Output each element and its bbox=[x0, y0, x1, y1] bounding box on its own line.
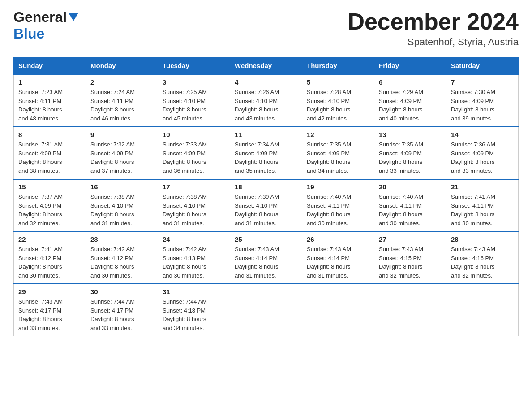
day-info: Sunrise: 7:40 AM Sunset: 4:11 PM Dayligh… bbox=[379, 193, 442, 227]
title-section: December 2024 Spatenhof, Styria, Austria bbox=[348, 9, 519, 48]
col-tuesday: Tuesday bbox=[158, 57, 230, 75]
day-number: 21 bbox=[451, 183, 514, 191]
calendar-header-row: Sunday Monday Tuesday Wednesday Thursday… bbox=[14, 57, 519, 75]
day-info: Sunrise: 7:29 AM Sunset: 4:09 PM Dayligh… bbox=[379, 88, 442, 123]
day-info: Sunrise: 7:28 AM Sunset: 4:10 PM Dayligh… bbox=[307, 88, 369, 123]
day-number: 10 bbox=[163, 131, 225, 138]
day-number: 17 bbox=[163, 183, 225, 191]
calendar-cell: 4 Sunrise: 7:26 AM Sunset: 4:10 PM Dayli… bbox=[230, 74, 302, 127]
col-thursday: Thursday bbox=[302, 57, 374, 75]
day-info: Sunrise: 7:35 AM Sunset: 4:09 PM Dayligh… bbox=[307, 140, 369, 175]
day-number: 19 bbox=[307, 183, 369, 191]
calendar-cell: 2 Sunrise: 7:24 AM Sunset: 4:11 PM Dayli… bbox=[86, 74, 158, 127]
day-number: 5 bbox=[307, 78, 369, 86]
calendar-cell: 21 Sunrise: 7:41 AM Sunset: 4:11 PM Dayl… bbox=[446, 179, 519, 231]
day-number: 7 bbox=[451, 78, 514, 86]
calendar-cell: 22 Sunrise: 7:41 AM Sunset: 4:12 PM Dayl… bbox=[14, 231, 86, 284]
day-info: Sunrise: 7:26 AM Sunset: 4:10 PM Dayligh… bbox=[235, 88, 297, 123]
day-number: 13 bbox=[379, 131, 442, 138]
day-number: 1 bbox=[18, 78, 81, 86]
calendar-cell: 16 Sunrise: 7:38 AM Sunset: 4:10 PM Dayl… bbox=[86, 179, 158, 231]
calendar-cell: 30 Sunrise: 7:44 AM Sunset: 4:17 PM Dayl… bbox=[86, 284, 158, 336]
calendar-cell: 25 Sunrise: 7:43 AM Sunset: 4:14 PM Dayl… bbox=[230, 231, 302, 284]
calendar-cell: 13 Sunrise: 7:35 AM Sunset: 4:09 PM Dayl… bbox=[374, 127, 446, 179]
day-info: Sunrise: 7:43 AM Sunset: 4:14 PM Dayligh… bbox=[307, 245, 369, 280]
day-info: Sunrise: 7:32 AM Sunset: 4:09 PM Dayligh… bbox=[90, 140, 153, 175]
day-info: Sunrise: 7:43 AM Sunset: 4:15 PM Dayligh… bbox=[379, 245, 442, 280]
day-info: Sunrise: 7:41 AM Sunset: 4:12 PM Dayligh… bbox=[18, 245, 81, 280]
day-info: Sunrise: 7:39 AM Sunset: 4:10 PM Dayligh… bbox=[235, 193, 297, 227]
week-row-5: 29 Sunrise: 7:43 AM Sunset: 4:17 PM Dayl… bbox=[14, 284, 519, 336]
day-number: 26 bbox=[307, 235, 369, 243]
calendar-cell: 14 Sunrise: 7:36 AM Sunset: 4:09 PM Dayl… bbox=[446, 127, 519, 179]
week-row-3: 15 Sunrise: 7:37 AM Sunset: 4:09 PM Dayl… bbox=[14, 179, 519, 231]
day-number: 18 bbox=[235, 183, 297, 191]
day-info: Sunrise: 7:43 AM Sunset: 4:16 PM Dayligh… bbox=[451, 245, 514, 280]
day-info: Sunrise: 7:35 AM Sunset: 4:09 PM Dayligh… bbox=[379, 140, 442, 175]
calendar-table: Sunday Monday Tuesday Wednesday Thursday… bbox=[13, 57, 519, 336]
col-friday: Friday bbox=[374, 57, 446, 75]
calendar-cell: 11 Sunrise: 7:34 AM Sunset: 4:09 PM Dayl… bbox=[230, 127, 302, 179]
calendar-cell bbox=[446, 284, 519, 336]
week-row-2: 8 Sunrise: 7:31 AM Sunset: 4:09 PM Dayli… bbox=[14, 127, 519, 179]
calendar-cell: 15 Sunrise: 7:37 AM Sunset: 4:09 PM Dayl… bbox=[14, 179, 86, 231]
calendar-cell: 10 Sunrise: 7:33 AM Sunset: 4:09 PM Dayl… bbox=[158, 127, 230, 179]
day-number: 29 bbox=[18, 288, 81, 295]
col-monday: Monday bbox=[86, 57, 158, 75]
day-number: 24 bbox=[163, 235, 225, 243]
day-info: Sunrise: 7:40 AM Sunset: 4:11 PM Dayligh… bbox=[307, 193, 369, 227]
svg-marker-0 bbox=[69, 13, 78, 21]
col-sunday: Sunday bbox=[14, 57, 86, 75]
day-number: 15 bbox=[18, 183, 81, 191]
day-info: Sunrise: 7:31 AM Sunset: 4:09 PM Dayligh… bbox=[18, 140, 81, 175]
day-number: 31 bbox=[163, 288, 225, 295]
calendar-cell: 28 Sunrise: 7:43 AM Sunset: 4:16 PM Dayl… bbox=[446, 231, 519, 284]
day-number: 9 bbox=[90, 131, 153, 138]
calendar-cell: 29 Sunrise: 7:43 AM Sunset: 4:17 PM Dayl… bbox=[14, 284, 86, 336]
day-info: Sunrise: 7:43 AM Sunset: 4:14 PM Dayligh… bbox=[235, 245, 297, 280]
day-info: Sunrise: 7:33 AM Sunset: 4:09 PM Dayligh… bbox=[163, 140, 225, 175]
calendar-cell: 3 Sunrise: 7:25 AM Sunset: 4:10 PM Dayli… bbox=[158, 74, 230, 127]
calendar-cell: 20 Sunrise: 7:40 AM Sunset: 4:11 PM Dayl… bbox=[374, 179, 446, 231]
day-info: Sunrise: 7:44 AM Sunset: 4:17 PM Dayligh… bbox=[90, 297, 153, 332]
day-number: 3 bbox=[163, 78, 225, 86]
calendar-cell: 31 Sunrise: 7:44 AM Sunset: 4:18 PM Dayl… bbox=[158, 284, 230, 336]
month-year-title: December 2024 bbox=[348, 9, 519, 34]
day-info: Sunrise: 7:30 AM Sunset: 4:09 PM Dayligh… bbox=[451, 88, 514, 123]
calendar-cell: 27 Sunrise: 7:43 AM Sunset: 4:15 PM Dayl… bbox=[374, 231, 446, 284]
day-info: Sunrise: 7:43 AM Sunset: 4:17 PM Dayligh… bbox=[18, 297, 81, 332]
logo-general-text: General bbox=[13, 9, 67, 26]
calendar-cell: 17 Sunrise: 7:38 AM Sunset: 4:10 PM Dayl… bbox=[158, 179, 230, 231]
day-number: 11 bbox=[235, 131, 297, 138]
day-info: Sunrise: 7:34 AM Sunset: 4:09 PM Dayligh… bbox=[235, 140, 297, 175]
calendar-cell: 12 Sunrise: 7:35 AM Sunset: 4:09 PM Dayl… bbox=[302, 127, 374, 179]
day-info: Sunrise: 7:37 AM Sunset: 4:09 PM Dayligh… bbox=[18, 193, 81, 227]
calendar-cell: 5 Sunrise: 7:28 AM Sunset: 4:10 PM Dayli… bbox=[302, 74, 374, 127]
day-number: 25 bbox=[235, 235, 297, 243]
day-number: 14 bbox=[451, 131, 514, 138]
day-info: Sunrise: 7:42 AM Sunset: 4:12 PM Dayligh… bbox=[90, 245, 153, 280]
day-number: 28 bbox=[451, 235, 514, 243]
calendar-cell: 6 Sunrise: 7:29 AM Sunset: 4:09 PM Dayli… bbox=[374, 74, 446, 127]
col-wednesday: Wednesday bbox=[230, 57, 302, 75]
calendar-cell: 26 Sunrise: 7:43 AM Sunset: 4:14 PM Dayl… bbox=[302, 231, 374, 284]
day-info: Sunrise: 7:24 AM Sunset: 4:11 PM Dayligh… bbox=[90, 88, 153, 123]
day-info: Sunrise: 7:38 AM Sunset: 4:10 PM Dayligh… bbox=[163, 193, 225, 227]
logo-blue-text: Blue bbox=[13, 26, 44, 42]
day-number: 30 bbox=[90, 288, 153, 295]
location-subtitle: Spatenhof, Styria, Austria bbox=[348, 36, 519, 48]
calendar-cell bbox=[230, 284, 302, 336]
calendar-cell bbox=[302, 284, 374, 336]
week-row-1: 1 Sunrise: 7:23 AM Sunset: 4:11 PM Dayli… bbox=[14, 74, 519, 127]
day-info: Sunrise: 7:38 AM Sunset: 4:10 PM Dayligh… bbox=[90, 193, 153, 227]
logo-triangle-icon bbox=[69, 13, 78, 25]
day-info: Sunrise: 7:36 AM Sunset: 4:09 PM Dayligh… bbox=[451, 140, 514, 175]
day-number: 20 bbox=[379, 183, 442, 191]
day-number: 8 bbox=[18, 131, 81, 138]
calendar-cell: 8 Sunrise: 7:31 AM Sunset: 4:09 PM Dayli… bbox=[14, 127, 86, 179]
day-number: 16 bbox=[90, 183, 153, 191]
day-info: Sunrise: 7:25 AM Sunset: 4:10 PM Dayligh… bbox=[163, 88, 225, 123]
day-number: 6 bbox=[379, 78, 442, 86]
day-number: 2 bbox=[90, 78, 153, 86]
day-info: Sunrise: 7:42 AM Sunset: 4:13 PM Dayligh… bbox=[163, 245, 225, 280]
